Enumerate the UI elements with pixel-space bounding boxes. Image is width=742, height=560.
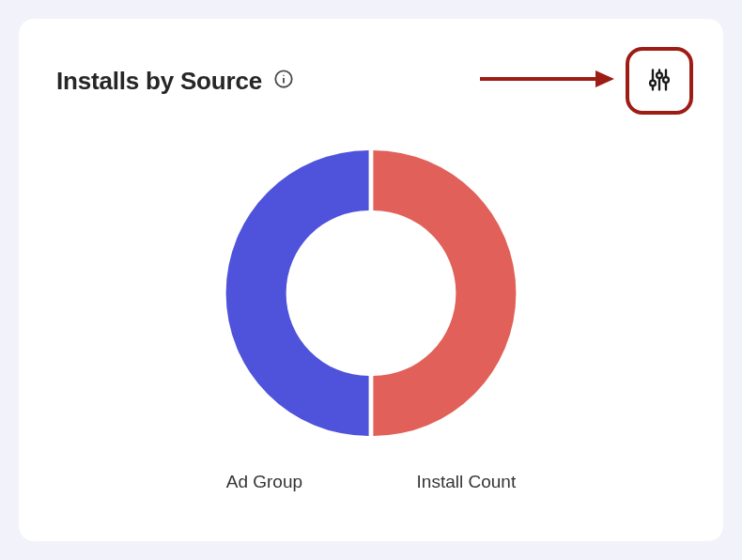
card-title: Installs by Source [56,67,262,96]
info-icon[interactable] [273,69,294,93]
legend-item-install-count: Install Count [417,472,517,492]
donut-chart [56,143,686,443]
chart-legend: Ad Group Install Count [56,472,686,492]
installs-by-source-card: Installs by Source [19,19,723,541]
arrow-annotation-icon [475,65,616,97]
svg-point-6 [650,80,656,86]
chart-settings-button[interactable] [626,47,693,115]
svg-point-10 [663,77,669,83]
legend-item-ad-group: Ad Group [226,472,302,492]
donut-slice-install-count [373,150,516,436]
title-wrap: Installs by Source [56,67,294,96]
svg-point-1 [283,75,284,76]
card-header: Installs by Source [56,47,686,115]
sliders-icon [646,67,672,96]
svg-marker-4 [595,70,614,87]
header-controls [475,47,693,115]
donut-slice-ad-group [226,150,369,436]
svg-point-8 [657,72,662,78]
